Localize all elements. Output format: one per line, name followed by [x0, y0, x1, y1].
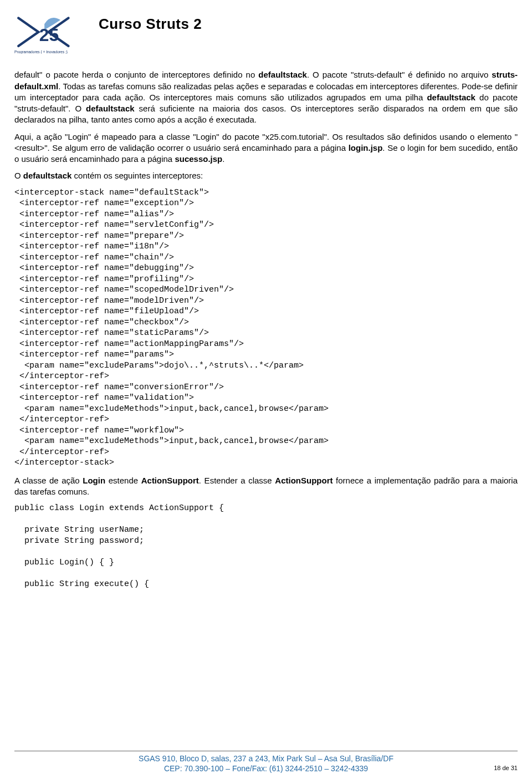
paragraph-2: Aqui, a ação "Login" é mapeado para a cl…	[14, 131, 518, 165]
body-content: default" o pacote herda o conjunto de in…	[14, 69, 518, 589]
text-bold: defaultstack	[86, 104, 135, 113]
text: . O pacote "struts-default" é definido n…	[307, 70, 492, 79]
text-bold: ActionSupport	[275, 476, 332, 485]
paragraph-4: A classe de ação Login estende ActionSup…	[14, 475, 518, 498]
text: contém os seguintes interceptores:	[71, 171, 203, 180]
document-page: 25 Programadores { + Inovadores ;} Curso…	[0, 0, 532, 779]
text: estende	[105, 476, 141, 485]
code-block-interceptors: <interceptor-stack name="defaultStack"> …	[14, 187, 518, 469]
text-bold: defaultstack	[258, 70, 307, 79]
text-bold: sucesso.jsp	[175, 154, 222, 164]
logo-tagline: Programadores { + Inovadores ;}	[14, 50, 68, 54]
paragraph-3: O defaultstack contém os seguintes inter…	[14, 170, 518, 181]
page-header: 25 Programadores { + Inovadores ;} Curso…	[14, 10, 518, 54]
text-bold: Login	[83, 476, 105, 485]
course-title: Curso Struts 2	[99, 14, 202, 34]
page-number: 18 de 31	[494, 764, 518, 772]
text: . Estender a classe	[199, 476, 275, 485]
x25-logo-icon: 25 Programadores { + Inovadores ;}	[14, 10, 86, 54]
footer-address-2: CEP: 70.390-100 – Fone/Fax: (61) 3244-25…	[14, 763, 518, 773]
text-bold: defaultstack	[23, 171, 72, 180]
text-bold: login.jsp	[349, 143, 383, 152]
text: A classe de ação	[14, 476, 83, 485]
paragraph-1: default" o pacote herda o conjunto de in…	[14, 69, 518, 125]
code-block-login: public class Login extends ActionSupport…	[14, 503, 518, 589]
svg-text:25: 25	[39, 25, 59, 45]
page-footer: SGAS 910, Bloco D, salas, 237 a 243, Mix…	[14, 751, 518, 773]
footer-divider	[14, 751, 518, 751]
text-bold: ActionSupport	[141, 476, 199, 485]
footer-address-1: SGAS 910, Bloco D, salas, 237 a 243, Mix…	[14, 753, 518, 763]
text-bold: defaultstack	[427, 93, 475, 102]
text: .	[222, 154, 224, 164]
logo: 25 Programadores { + Inovadores ;}	[14, 10, 86, 54]
text: default" o pacote herda o conjunto de in…	[14, 70, 258, 79]
text: O	[14, 171, 23, 180]
